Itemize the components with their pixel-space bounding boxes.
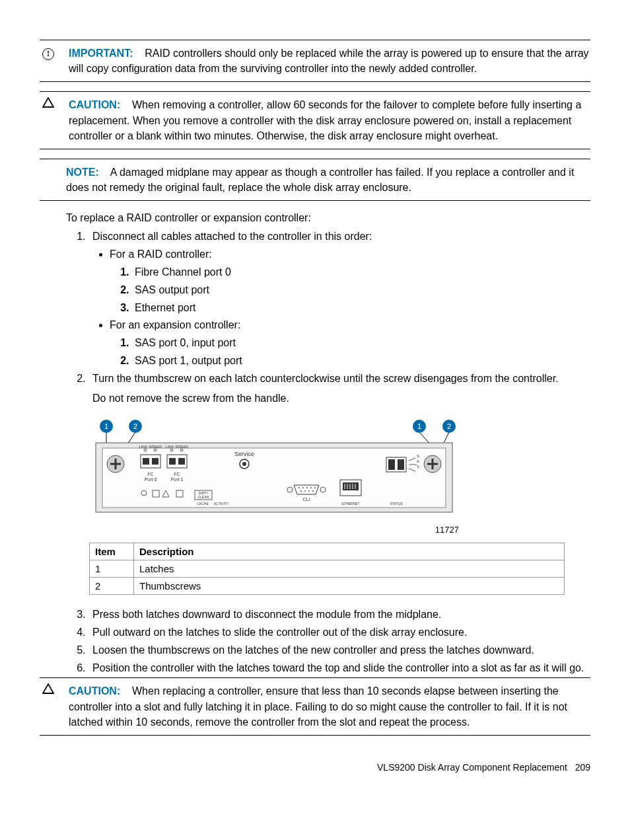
svg-point-31 xyxy=(242,462,246,466)
intro-text: To replace a RAID controller or expansio… xyxy=(66,210,590,226)
procedure-list-continued: Press both latches downward to disconnec… xyxy=(66,607,590,676)
svg-text:ACTIVITY: ACTIVITY xyxy=(214,502,229,506)
procedure-list: Disconnect all cables attached to the co… xyxy=(66,229,590,407)
svg-text:CACHE: CACHE xyxy=(197,502,209,506)
col-desc: Description xyxy=(134,543,565,560)
svg-text:2: 2 xyxy=(133,422,137,430)
svg-point-32 xyxy=(298,487,300,488)
svg-rect-25 xyxy=(178,458,185,465)
svg-point-37 xyxy=(300,490,302,492)
controller-diagram: 1 2 1 2 xyxy=(89,416,459,522)
svg-point-34 xyxy=(306,487,308,488)
svg-text:ETHERNET: ETHERNET xyxy=(342,502,360,506)
svg-text:S: S xyxy=(417,465,419,469)
svg-point-33 xyxy=(302,487,304,488)
svg-text:A: A xyxy=(417,459,419,463)
step-4: Pull outward on the latches to slide the… xyxy=(88,625,590,641)
caution-notice-1: CAUTION: When removing a controller, all… xyxy=(40,91,590,149)
svg-point-38 xyxy=(304,490,306,492)
footer-page: 209 xyxy=(575,762,590,773)
svg-rect-24 xyxy=(169,458,176,465)
svg-point-36 xyxy=(314,487,316,488)
caution-notice-2: CAUTION: When replacing a controller, en… xyxy=(40,677,590,736)
step-5: Loosen the thumbscrews on the latches of… xyxy=(88,642,590,659)
svg-text:Port 1: Port 1 xyxy=(171,477,184,482)
svg-text:FC: FC xyxy=(147,472,153,477)
caution-icon xyxy=(40,97,69,112)
svg-point-39 xyxy=(308,490,310,492)
important-label: IMPORTANT: xyxy=(69,48,133,59)
step-3: Press both latches downward to disconnec… xyxy=(88,607,590,623)
page-footer: VLS9200 Disk Array Component Replacement… xyxy=(40,762,590,773)
table-row: 2 Thumbscrews xyxy=(90,578,565,595)
svg-rect-22 xyxy=(152,458,158,465)
note-text: A damaged midplane may appear as though … xyxy=(66,167,574,193)
svg-text:Port 0: Port 0 xyxy=(145,477,157,482)
svg-rect-52 xyxy=(398,459,404,470)
important-body: IMPORTANT: RAID controllers should only … xyxy=(69,46,590,76)
important-text: RAID controllers should only be replaced… xyxy=(69,48,589,74)
caution1-body: CAUTION: When removing a controller, all… xyxy=(69,97,590,143)
caution1-text: When removing a controller, allow 60 sec… xyxy=(69,99,581,141)
svg-text:1: 1 xyxy=(417,422,421,430)
step-2: Turn the thumbscrew on each latch counte… xyxy=(88,371,590,408)
svg-point-42 xyxy=(320,487,326,492)
svg-text:LINK  SPEED: LINK SPEED xyxy=(165,445,189,449)
svg-text:CLEAN: CLEAN xyxy=(198,495,209,499)
step-6: Position the controller with the latches… xyxy=(88,660,590,677)
svg-text:STATUS: STATUS xyxy=(390,502,403,506)
svg-point-35 xyxy=(310,487,312,488)
svg-text:LINK  SPEED: LINK SPEED xyxy=(139,445,162,449)
important-icon: ! xyxy=(40,46,69,60)
caution-icon xyxy=(40,683,69,698)
footer-section: VLS9200 Disk Array Component Replacement xyxy=(377,762,567,773)
svg-text:S: S xyxy=(417,454,419,458)
important-notice: ! IMPORTANT: RAID controllers should onl… xyxy=(40,40,590,82)
callout-table: Item Description 1 Latches 2 Thumbscrews xyxy=(89,543,565,595)
svg-rect-44 xyxy=(343,482,359,490)
note-notice: NOTE: A damaged midplane may appear as t… xyxy=(40,159,590,201)
svg-rect-21 xyxy=(143,458,149,465)
raid-controller-ports: For a RAID controller: Fibre Channel por… xyxy=(110,247,590,316)
step-1: Disconnect all cables attached to the co… xyxy=(88,229,590,369)
caution1-label: CAUTION: xyxy=(69,99,120,110)
caution2-body: CAUTION: When replacing a controller, en… xyxy=(69,683,590,730)
svg-text:Service: Service xyxy=(234,451,254,457)
svg-text:CLI: CLI xyxy=(303,497,310,502)
caution2-label: CAUTION: xyxy=(69,685,120,697)
controller-figure: 1 2 1 2 xyxy=(89,416,590,535)
svg-point-40 xyxy=(312,490,314,492)
note-label: NOTE: xyxy=(66,167,99,178)
expansion-controller-ports: For an expansion controller: SAS port 0,… xyxy=(110,317,590,369)
svg-rect-51 xyxy=(388,459,395,470)
col-item: Item xyxy=(90,543,134,560)
svg-point-41 xyxy=(287,487,293,492)
caution2-text: When replacing a controller, ensure that… xyxy=(69,685,567,727)
svg-text:FC: FC xyxy=(174,472,180,477)
svg-text:2: 2 xyxy=(447,422,451,430)
svg-text:1: 1 xyxy=(104,422,108,430)
table-row: 1 Latches xyxy=(90,560,565,578)
figure-number: 11727 xyxy=(89,525,459,535)
